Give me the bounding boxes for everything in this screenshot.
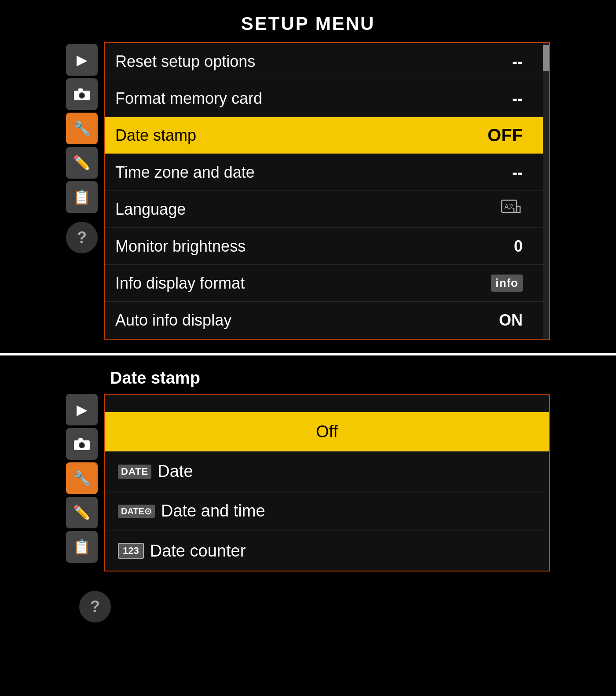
sidebar-icon-camera[interactable] bbox=[66, 78, 98, 110]
submenu-item-off[interactable]: Off bbox=[105, 412, 549, 452]
sidebar2-icon-play[interactable]: ▶ bbox=[66, 394, 98, 425]
language-icon: A 文 bbox=[501, 198, 523, 220]
submenu-item-datetime[interactable]: DATE⊙ Date and time bbox=[105, 491, 549, 531]
svg-point-9 bbox=[80, 443, 84, 447]
menu-item-format-value: -- bbox=[512, 89, 523, 108]
menu-item-infodisplay[interactable]: Info display format info bbox=[105, 265, 549, 302]
datestamp-panel-title: Date stamp bbox=[66, 369, 550, 388]
submenu-item-counter-label: Date counter bbox=[150, 542, 536, 560]
setup-menu-body: ▶ 🔧 ✏️ 📋 ? Reset setup options bbox=[66, 42, 550, 340]
submenu-item-counter[interactable]: 123 Date counter bbox=[105, 531, 549, 571]
sidebar-icon-brush[interactable]: ✏️ bbox=[66, 147, 98, 179]
menu-item-autoinfo[interactable]: Auto info display ON bbox=[105, 302, 549, 339]
scrollbar-thumb bbox=[543, 45, 549, 71]
datestamp-submenu-list: Off DATE Date DATE⊙ Date and time 123 Da… bbox=[104, 394, 550, 571]
bottom-help-area: ? bbox=[66, 585, 550, 623]
menu-item-brightness-label: Monitor brightness bbox=[115, 237, 246, 256]
menu-item-datestamp[interactable]: Date stamp OFF bbox=[105, 117, 549, 154]
help-button-bottom[interactable]: ? bbox=[79, 591, 111, 623]
sidebar2-icon-camera[interactable] bbox=[66, 428, 98, 460]
svg-point-2 bbox=[80, 93, 84, 98]
menu-item-format-label: Format memory card bbox=[115, 89, 262, 108]
menu-item-autoinfo-value: ON bbox=[499, 311, 523, 330]
submenu-item-date-label: Date bbox=[158, 462, 536, 481]
help-button-top[interactable]: ? bbox=[66, 222, 98, 253]
submenu-item-date[interactable]: DATE Date bbox=[105, 452, 549, 491]
menu-item-datestamp-label: Date stamp bbox=[115, 126, 196, 145]
sidebar-bottom: ▶ 🔧 ✏️ 📋 bbox=[66, 394, 98, 571]
menu-item-reset-label: Reset setup options bbox=[115, 52, 255, 71]
menu-item-datestamp-value: OFF bbox=[488, 125, 523, 145]
sidebar-icon-document[interactable]: 📋 bbox=[66, 181, 98, 213]
menu-item-brightness-value: 0 bbox=[514, 237, 523, 256]
sidebar2-icon-wrench[interactable]: 🔧 bbox=[66, 462, 98, 494]
menu-item-format[interactable]: Format memory card -- bbox=[105, 80, 549, 117]
submenu-item-off-label: Off bbox=[118, 422, 536, 441]
sidebar-icon-wrench[interactable]: 🔧 bbox=[66, 113, 98, 144]
svg-rect-3 bbox=[78, 88, 83, 91]
counter-badge: 123 bbox=[118, 543, 144, 559]
menu-item-timezone-value: -- bbox=[512, 163, 523, 182]
sidebar2-icon-brush[interactable]: ✏️ bbox=[66, 497, 98, 528]
menu-item-timezone-label: Time zone and date bbox=[115, 163, 255, 182]
scrollbar[interactable] bbox=[543, 43, 549, 339]
menu-item-reset-value: -- bbox=[512, 52, 523, 71]
panel-divider bbox=[0, 353, 616, 355]
setup-menu-panel: SETUP MENU ▶ 🔧 ✏️ 📋 ? bbox=[66, 13, 550, 340]
sidebar2-icon-document[interactable]: 📋 bbox=[66, 531, 98, 563]
submenu-item-datetime-label: Date and time bbox=[161, 502, 536, 520]
setup-menu-list: Reset setup options -- Format memory car… bbox=[104, 42, 550, 340]
sidebar-icon-play[interactable]: ▶ bbox=[66, 44, 98, 76]
menu-item-language-label: Language bbox=[115, 200, 186, 219]
datestamp-panel: Date stamp ▶ 🔧 ✏️ 📋 Off bbox=[66, 369, 550, 623]
menu-item-autoinfo-label: Auto info display bbox=[115, 311, 231, 330]
dateo-badge: DATE⊙ bbox=[118, 505, 155, 518]
setup-menu-title: SETUP MENU bbox=[66, 13, 550, 34]
menu-item-timezone[interactable]: Time zone and date -- bbox=[105, 154, 549, 191]
sidebar-top: ▶ 🔧 ✏️ 📋 ? bbox=[66, 42, 98, 340]
menu-item-reset[interactable]: Reset setup options -- bbox=[105, 43, 549, 80]
menu-item-language[interactable]: Language A 文 bbox=[105, 191, 549, 228]
datestamp-panel-body: ▶ 🔧 ✏️ 📋 Off DATE Date bbox=[66, 394, 550, 571]
info-display-badge: info bbox=[491, 275, 523, 292]
menu-item-brightness[interactable]: Monitor brightness 0 bbox=[105, 228, 549, 265]
date-badge: DATE bbox=[118, 465, 151, 479]
svg-rect-10 bbox=[78, 438, 83, 441]
menu-item-infodisplay-label: Info display format bbox=[115, 274, 245, 293]
